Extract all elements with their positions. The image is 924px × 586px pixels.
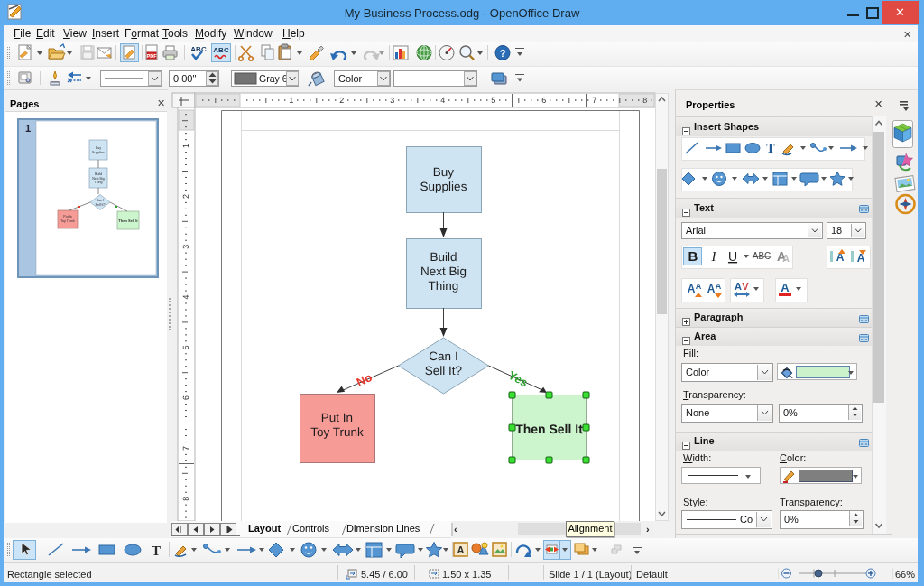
svg-text:2: 2 [181,194,190,199]
svg-text:7: 7 [592,96,596,105]
svg-text:B: B [688,248,698,264]
svg-text:1: 1 [25,123,31,134]
svg-text:5: 5 [181,345,190,349]
svg-text:4: 4 [181,294,190,299]
svg-text:Buy: Buy [433,165,455,179]
svg-text:Can I: Can I [97,199,105,202]
svg-text:Can I: Can I [429,349,457,363]
svg-text:Toy Trunk: Toy Trunk [310,425,364,439]
svg-text:Next Big: Next Big [420,265,467,278]
svg-text:A: A [735,281,742,292]
svg-text:Thing: Thing [95,181,103,184]
svg-text:5: 5 [491,96,495,105]
svg-text:6: 6 [541,96,546,105]
svg-text:T: T [152,544,161,558]
svg-text:I: I [711,249,717,264]
svg-text:A: A [716,282,722,291]
svg-text:Toy Trunk: Toy Trunk [60,219,75,223]
svg-text:A: A [781,281,790,294]
svg-text:4: 4 [440,96,445,105]
svg-text:Next Big: Next Big [92,177,105,181]
svg-text:PDF: PDF [147,53,158,59]
svg-text:0.00": 0.00" [173,73,196,84]
svg-text:T: T [766,142,775,155]
svg-text:3: 3 [390,96,394,105]
svg-text:Yes: Yes [506,368,531,390]
svg-text:Build: Build [430,250,457,264]
svg-text:Color: Color [338,73,363,84]
svg-text:Sell It?: Sell It? [96,203,106,207]
svg-text:Buy: Buy [96,146,101,150]
svg-text:Gray 6: Gray 6 [259,73,288,84]
svg-text:8: 8 [181,497,190,501]
svg-text:Supplies: Supplies [92,151,105,154]
svg-text:Thing: Thing [429,279,459,293]
svg-text:Put In: Put In [321,411,353,424]
svg-text:Supplies: Supplies [420,180,467,193]
svg-text:Then Sell It: Then Sell It [118,219,138,223]
svg-text:?: ? [500,48,506,59]
svg-text:ABC: ABC [753,251,772,261]
svg-text:1: 1 [181,144,190,148]
svg-text:3: 3 [181,245,190,249]
svg-text:No: No [355,370,374,389]
svg-text:A: A [707,283,716,295]
svg-text:ABC: ABC [190,45,207,53]
svg-text:A: A [457,544,465,555]
svg-text:A: A [857,252,865,265]
svg-text:8: 8 [642,96,647,105]
svg-text:6: 6 [181,395,190,400]
svg-text:Build: Build [95,172,102,176]
svg-text:7: 7 [181,446,190,451]
svg-text:A: A [782,253,790,264]
svg-text:V: V [742,281,749,292]
svg-text:A: A [688,283,696,295]
svg-text:Then Sell It: Then Sell It [515,422,583,436]
svg-text:U: U [728,249,737,264]
svg-text:Put In: Put In [63,215,71,219]
svg-text:Sell It?: Sell It? [425,364,462,377]
svg-text:ABC: ABC [213,46,229,54]
svg-text:A: A [696,282,702,291]
svg-text:1: 1 [289,96,293,105]
svg-text:2: 2 [339,96,344,105]
